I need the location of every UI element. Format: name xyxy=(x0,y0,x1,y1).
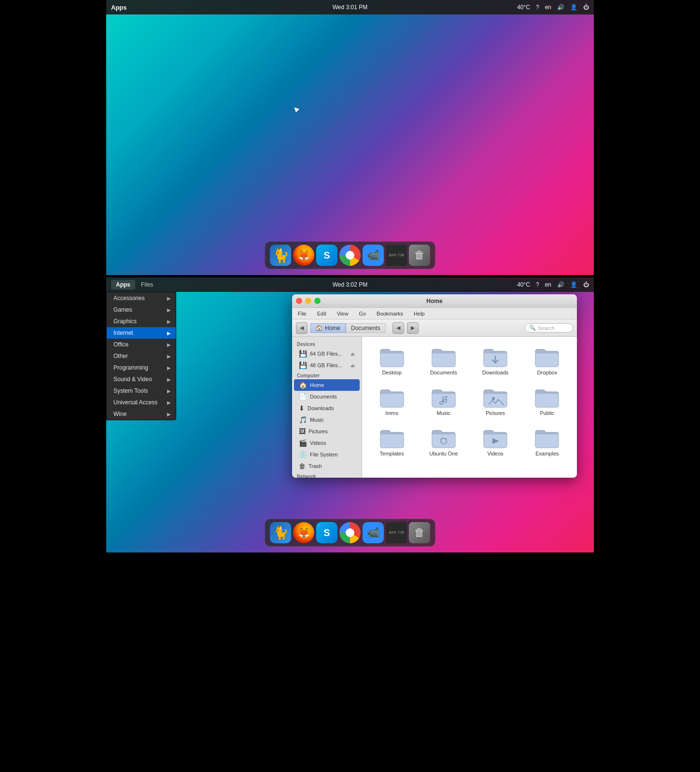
sidebar-devices-label: Devices xyxy=(292,340,362,348)
dock-skype[interactable]: S xyxy=(316,245,337,266)
menu-programming[interactable]: Programming ▶ xyxy=(107,362,176,373)
fm-menu-go[interactable]: Go xyxy=(357,310,368,317)
sidebar-computer-label: Computer xyxy=(292,371,362,379)
sidebar-48gb[interactable]: 💾 48 GB Files... ⏏ xyxy=(294,359,360,371)
sidebar-home[interactable]: 🏠 Home xyxy=(294,379,360,391)
topbar-bottom: Apps Files Wed 3:02 PM 40°C ? en 🔊 👤 ⏻ xyxy=(106,277,594,292)
menu-other[interactable]: Other ▶ xyxy=(107,350,176,362)
file-music[interactable]: Music xyxy=(420,384,466,419)
user-icon-top[interactable]: 👤 xyxy=(570,4,577,11)
maximize-button[interactable] xyxy=(314,298,321,304)
menu-accessories[interactable]: Accessories ▶ xyxy=(107,292,176,304)
menu-universal-access[interactable]: Universal Access ▶ xyxy=(107,397,176,408)
power-icon-bottom[interactable]: ⏻ xyxy=(583,281,589,288)
fm-menu-view[interactable]: View xyxy=(335,310,350,317)
menu-graphics[interactable]: Graphics ▶ xyxy=(107,316,176,327)
dock-trash[interactable]: 🗑 xyxy=(409,245,430,266)
search-placeholder: Search xyxy=(538,325,555,331)
volume-icon-top[interactable]: 🔊 xyxy=(557,4,564,11)
file-examples[interactable]: Examples xyxy=(524,425,570,459)
help-icon-bottom[interactable]: ? xyxy=(536,281,539,288)
dock-bottom-trash[interactable]: 🗑 xyxy=(409,522,430,543)
fm-menu-help[interactable]: Help xyxy=(412,310,427,317)
file-documents[interactable]: Documents xyxy=(420,344,466,378)
fm-menu-bookmarks[interactable]: Bookmarks xyxy=(375,310,405,317)
sidebar-videos[interactable]: 🎬 Videos xyxy=(294,437,360,449)
fm-file-grid: Desktop Documents xyxy=(369,344,570,459)
file-dropbox[interactable]: Dropbox xyxy=(524,344,570,378)
help-icon-top[interactable]: ? xyxy=(536,4,539,11)
dock-bottom-skype[interactable]: S xyxy=(316,522,337,543)
file-downloads[interactable]: Downloads xyxy=(473,344,518,378)
sidebar-documents[interactable]: 📄 Documents xyxy=(294,391,360,402)
screen-top: Apps Wed 3:01 PM 40°C ? en 🔊 👤 ⏻ 🐈 🦊 S 📹… xyxy=(106,0,594,275)
dock-bottom-firefox[interactable]: 🦊 xyxy=(293,522,314,543)
toggle-sidebar-button[interactable]: ◀ xyxy=(296,322,308,334)
sidebar-music[interactable]: 🎵 Music xyxy=(294,414,360,426)
fm-search-box[interactable]: 🔍 Search xyxy=(525,323,573,332)
power-icon-top[interactable]: ⏻ xyxy=(583,4,589,11)
fm-menu-edit[interactable]: Edit xyxy=(315,310,328,317)
dock-zoom[interactable]: 📹 xyxy=(363,245,384,266)
breadcrumb-documents[interactable]: Documents xyxy=(346,323,386,333)
dock-warn[interactable]: ⚠ NY 7:36 xyxy=(386,245,407,266)
file-lmms[interactable]: lmms xyxy=(369,384,415,419)
dock-chrome[interactable] xyxy=(339,245,361,266)
file-templates[interactable]: Templates xyxy=(369,425,415,459)
eject-48[interactable]: ⏏ xyxy=(350,363,355,368)
file-manager-window: Home File Edit View Go Bookmarks Help ◀ … xyxy=(292,294,577,478)
menu-office[interactable]: Office ▶ xyxy=(107,339,176,350)
file-videos[interactable]: Videos xyxy=(473,425,518,459)
sidebar-64gb[interactable]: 💾 64 GB Files... ⏏ xyxy=(294,348,360,359)
sidebar-downloads[interactable]: ⬇ Downloads xyxy=(294,402,360,414)
sidebar-pictures[interactable]: 🖼 Pictures xyxy=(294,426,360,437)
apps-menu: Accessories ▶ Games ▶ Graphics ▶ Interne… xyxy=(106,292,176,420)
file-ubuntu-one[interactable]: Ubuntu One xyxy=(420,425,466,459)
folder-icon-templates xyxy=(379,427,405,449)
folder-icon-desktop xyxy=(379,346,405,368)
menu-internet[interactable]: Internet ▶ xyxy=(107,327,176,339)
dock-finder[interactable]: 🐈 xyxy=(270,245,291,266)
trash-icon: 🗑 xyxy=(299,462,306,470)
menu-system-tools[interactable]: System Tools ▶ xyxy=(107,385,176,397)
sidebar-trash[interactable]: 🗑 Trash xyxy=(294,460,360,472)
file-public[interactable]: Public xyxy=(524,384,570,419)
breadcrumb-home[interactable]: 🏠 Home xyxy=(310,323,346,333)
sidebar-filesystem[interactable]: 💿 File System xyxy=(294,449,360,460)
file-desktop[interactable]: Desktop xyxy=(369,344,415,378)
minimize-button[interactable] xyxy=(305,298,311,304)
folder-icon-dropbox xyxy=(534,346,560,368)
menu-sound-video[interactable]: Sound & Video ▶ xyxy=(107,373,176,385)
folder-icon-examples xyxy=(534,427,560,449)
videos-icon: 🎬 xyxy=(299,439,307,447)
dock-bottom-zoom[interactable]: 📹 xyxy=(363,522,384,543)
dock-firefox[interactable]: 🦊 xyxy=(293,245,314,266)
file-label-videos: Videos xyxy=(487,451,503,456)
fm-titlebar: Home xyxy=(292,294,577,308)
downloads-icon: ⬇ xyxy=(299,404,305,412)
dock-bottom-chrome[interactable] xyxy=(339,522,361,543)
volume-icon-bottom[interactable]: 🔊 xyxy=(557,281,564,288)
file-label-music: Music xyxy=(437,410,451,416)
menu-games[interactable]: Games ▶ xyxy=(107,304,176,316)
dock-bottom-warn[interactable]: ⚠ NY 7:36 xyxy=(386,522,407,543)
screen-bottom: Apps Files Wed 3:02 PM 40°C ? en 🔊 👤 ⏻ A… xyxy=(106,277,594,552)
fm-menu-file[interactable]: File xyxy=(296,310,308,317)
file-pictures[interactable]: Pictures xyxy=(473,384,518,419)
tab-apps[interactable]: Apps xyxy=(111,280,135,290)
file-label-public: Public xyxy=(540,410,554,416)
forward-button[interactable]: ▶ xyxy=(407,322,419,334)
sidebar-network-label: Network xyxy=(292,472,362,478)
file-label-lmms: lmms xyxy=(385,410,398,416)
file-label-desktop: Desktop xyxy=(382,370,401,375)
back-button[interactable]: ◀ xyxy=(392,322,404,334)
apps-title[interactable]: Apps xyxy=(111,4,127,11)
close-button[interactable] xyxy=(296,298,302,304)
fm-title: Home xyxy=(426,298,442,304)
dock-bottom-finder[interactable]: 🐈 xyxy=(270,522,291,543)
menu-wine[interactable]: Wine ▶ xyxy=(107,408,176,420)
tab-files[interactable]: Files xyxy=(136,280,158,290)
eject-64[interactable]: ⏏ xyxy=(350,351,355,357)
file-label-pictures: Pictures xyxy=(486,410,505,416)
user-icon-bottom[interactable]: 👤 xyxy=(570,281,577,288)
